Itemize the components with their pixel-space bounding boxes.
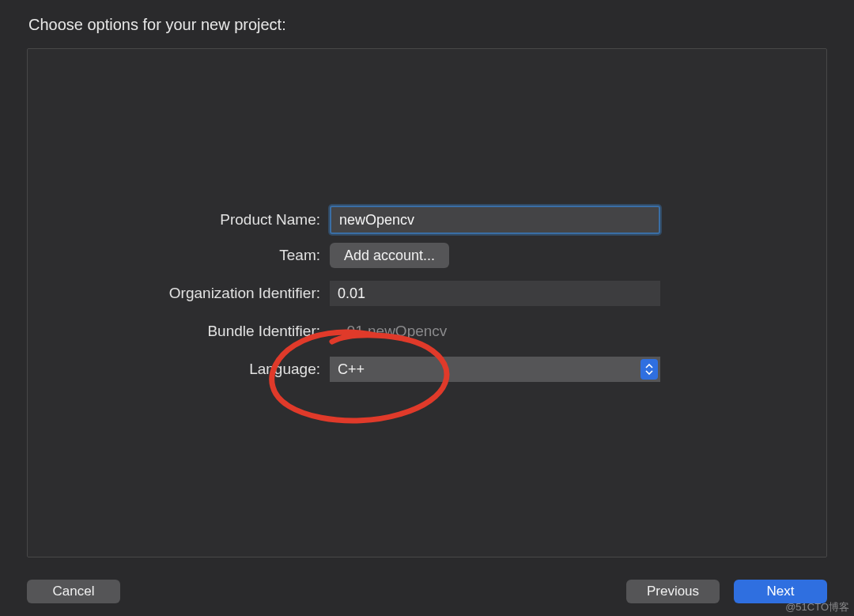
content-frame: Product Name: Team: Add account... Organ… [27, 48, 827, 557]
bundle-identifier-label: Bundle Identifier: [28, 323, 330, 340]
team-label: Team: [28, 247, 330, 264]
language-select[interactable]: C++ [330, 357, 660, 382]
watermark: @51CTO博客 [785, 600, 849, 614]
bundle-identifier-value: -.01.newOpencv [330, 323, 447, 339]
row-product-name: Product Name: [28, 204, 826, 236]
row-team: Team: Add account... [28, 242, 826, 269]
product-name-input[interactable] [330, 206, 660, 234]
project-options-form: Product Name: Team: Add account... Organ… [28, 204, 826, 394]
language-select-value: C++ [330, 361, 640, 378]
previous-button[interactable]: Previous [626, 580, 720, 603]
language-label: Language: [28, 361, 330, 378]
row-language: Language: C++ [28, 356, 826, 383]
row-bundle-identifier: Bundle Identifier: -.01.newOpencv [28, 318, 826, 345]
dialog-title: Choose options for your new project: [0, 0, 854, 42]
add-account-button[interactable]: Add account... [330, 243, 449, 268]
chevron-up-down-icon [640, 359, 658, 380]
cancel-button[interactable]: Cancel [27, 580, 120, 603]
organization-identifier-label: Organization Identifier: [28, 285, 330, 302]
organization-identifier-input[interactable] [330, 281, 660, 306]
dialog-footer: Cancel Previous Next [0, 567, 854, 616]
product-name-label: Product Name: [28, 211, 330, 229]
row-organization-identifier: Organization Identifier: [28, 280, 826, 307]
